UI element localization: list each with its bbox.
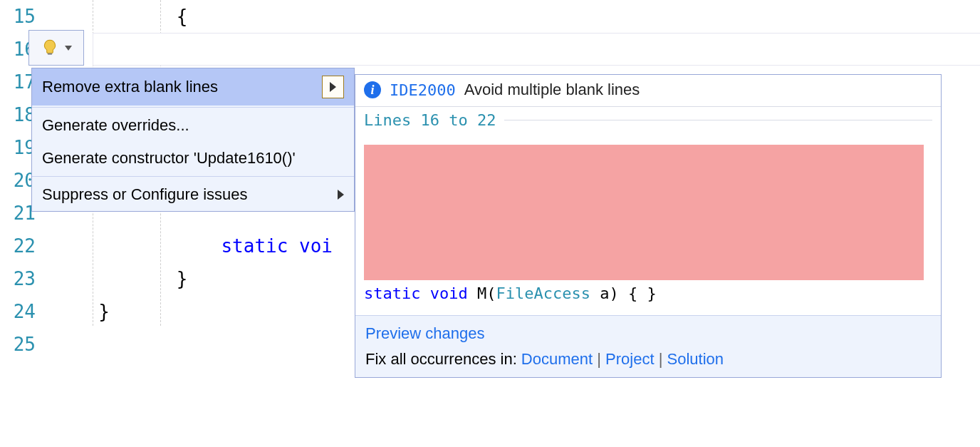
code-text xyxy=(43,301,98,322)
preview-header: i IDE2000 Avoid multiple blank lines xyxy=(355,75,941,107)
menu-item-label: Suppress or Configure issues xyxy=(42,185,248,204)
current-line-highlight xyxy=(93,33,980,66)
quick-actions-menu: Remove extra blank lines Generate overri… xyxy=(31,68,355,212)
keyword: static xyxy=(221,235,299,257)
quick-action-generate-constructor[interactable]: Generate constructor 'Update1610()' xyxy=(32,142,354,175)
diff-removed-block xyxy=(364,145,924,280)
fix-document-link[interactable]: Document xyxy=(521,350,593,368)
menu-separator xyxy=(32,176,354,177)
lightbulb-icon xyxy=(41,38,59,57)
brace: } xyxy=(98,301,110,322)
keyword: voi xyxy=(299,235,333,257)
diagnostic-description: Avoid multiple blank lines xyxy=(464,81,640,99)
separator: | xyxy=(597,350,605,368)
menu-separator xyxy=(32,107,354,108)
quick-action-remove-blank-lines[interactable]: Remove extra blank lines xyxy=(32,68,354,106)
line-number: 21 xyxy=(0,197,36,230)
fix-solution-link[interactable]: Solution xyxy=(667,350,724,368)
menu-item-label: Generate constructor 'Update1610()' xyxy=(42,149,296,168)
fix-all-label: Fix all occurrences in: xyxy=(365,350,521,368)
preview-range-label: Lines 16 to 22 xyxy=(355,107,941,132)
preview-changes-link[interactable]: Preview changes xyxy=(365,324,485,342)
line-number: 23 xyxy=(0,262,36,295)
code-text xyxy=(43,6,177,27)
diff-result-line: static void M(FileAccess a) { } xyxy=(364,284,932,302)
svg-rect-0 xyxy=(48,53,53,55)
line-number: 24 xyxy=(0,295,36,328)
brace: } xyxy=(177,268,188,289)
preview-footer: Preview changes Fix all occurrences in: … xyxy=(355,315,941,377)
code-text xyxy=(43,235,221,257)
line-number: 25 xyxy=(0,328,36,361)
range-text: Lines 16 to 22 xyxy=(364,111,496,129)
dropdown-caret-icon xyxy=(65,46,72,51)
code-text xyxy=(43,268,177,289)
brace: { xyxy=(177,6,188,27)
line-number: 22 xyxy=(0,230,36,262)
divider xyxy=(504,120,932,120)
submenu-arrow-icon xyxy=(338,190,344,200)
line-number: 19 xyxy=(0,131,36,164)
diagnostic-id[interactable]: IDE2000 xyxy=(390,81,456,99)
line-number: 20 xyxy=(0,164,36,197)
diff-area: static void M(FileAccess a) { } xyxy=(355,132,941,315)
quick-action-generate-overrides[interactable]: Generate overrides... xyxy=(32,109,354,142)
separator: | xyxy=(659,350,667,368)
quick-actions-bulb-button[interactable] xyxy=(28,30,84,66)
line-number: 18 xyxy=(0,98,36,131)
submenu-arrow-icon xyxy=(322,76,344,98)
quick-action-suppress-configure[interactable]: Suppress or Configure issues xyxy=(32,178,354,211)
line-number: 15 xyxy=(0,0,36,33)
info-icon: i xyxy=(364,81,381,98)
line-number: 17 xyxy=(0,66,36,98)
menu-item-label: Generate overrides... xyxy=(42,116,189,135)
fix-project-link[interactable]: Project xyxy=(605,350,654,368)
code-fix-preview-panel: i IDE2000 Avoid multiple blank lines Lin… xyxy=(355,74,942,378)
menu-item-label: Remove extra blank lines xyxy=(42,78,218,96)
